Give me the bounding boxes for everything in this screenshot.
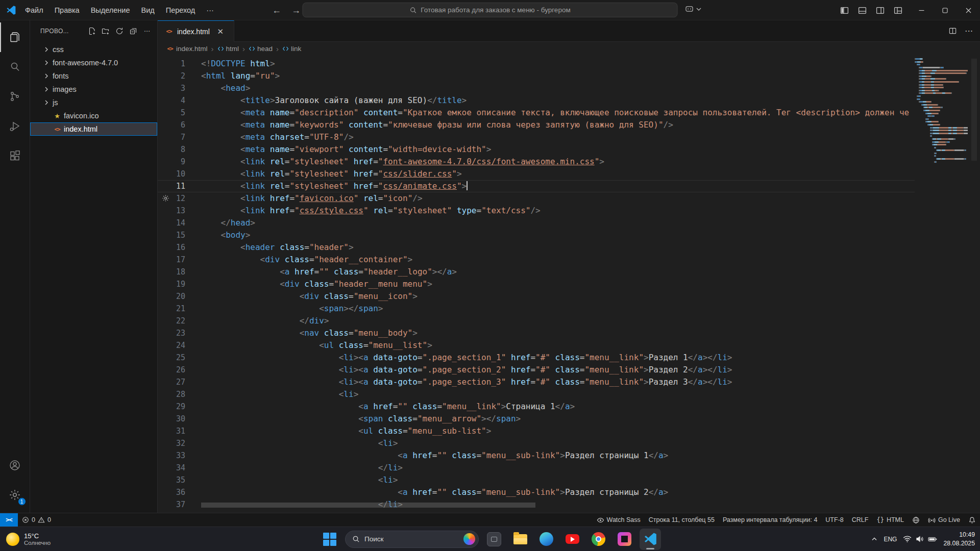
forward-button[interactable]: → bbox=[291, 5, 301, 16]
line-number[interactable]: 2 bbox=[158, 70, 185, 82]
code-line-5[interactable]: 5 <meta name="description" content="Крат… bbox=[158, 107, 915, 119]
toggle-secondary-sidebar-icon[interactable] bbox=[876, 6, 885, 15]
maximize-button[interactable] bbox=[933, 0, 957, 20]
close-button[interactable] bbox=[957, 0, 980, 20]
line-number[interactable]: 29 bbox=[158, 400, 185, 413]
code-line-29[interactable]: 29 <a href="" class="menu__link">Страниц… bbox=[158, 400, 915, 413]
code-line-22[interactable]: 22 </div> bbox=[158, 315, 915, 327]
clock[interactable]: 10:49 28.08.2025 bbox=[943, 531, 975, 547]
line-number[interactable]: 28 bbox=[158, 388, 185, 400]
breadcrumb-item-html[interactable]: html bbox=[217, 45, 239, 53]
run-debug-icon[interactable] bbox=[0, 111, 30, 141]
code-line-3[interactable]: 3 <head> bbox=[158, 82, 915, 94]
line-number[interactable]: 5 bbox=[158, 107, 185, 119]
menubar-more-icon[interactable]: ··· bbox=[201, 3, 219, 17]
search-view-icon[interactable] bbox=[0, 52, 30, 82]
code-line-33[interactable]: 33 <a href="" class="menu__sub-link">Раз… bbox=[158, 449, 915, 462]
code-line-9[interactable]: 9 <link rel="stylesheet" href="font-awes… bbox=[158, 156, 915, 168]
toggle-panel-icon[interactable] bbox=[858, 6, 867, 15]
menubar-item-1[interactable]: Правка bbox=[49, 3, 85, 17]
code-line-34[interactable]: 34 </li> bbox=[158, 462, 915, 474]
system-tray[interactable] bbox=[903, 535, 937, 543]
new-file-icon[interactable] bbox=[86, 25, 98, 37]
tree-item-favicon.ico[interactable]: ★favicon.ico bbox=[30, 109, 157, 122]
line-number[interactable]: 19 bbox=[158, 278, 185, 290]
code-editor[interactable]: 1<!DOCTYPE html>2<html lang="ru">3 <head… bbox=[158, 56, 980, 513]
weather-widget[interactable]: 15°C Солнечно bbox=[6, 532, 51, 546]
collapse-folders-icon[interactable] bbox=[127, 25, 139, 37]
line-number[interactable]: 34 bbox=[158, 462, 185, 474]
minimize-button[interactable] bbox=[910, 0, 933, 20]
line-number[interactable]: 8 bbox=[158, 143, 185, 156]
code-line-21[interactable]: 21 <span></span> bbox=[158, 303, 915, 315]
tab-close-icon[interactable]: ✕ bbox=[215, 27, 226, 37]
line-number[interactable]: 27 bbox=[158, 376, 185, 388]
vertical-scrollbar[interactable] bbox=[971, 59, 977, 161]
line-number[interactable]: 18 bbox=[158, 266, 185, 278]
tab-index-html[interactable]: <> index.html ✕ bbox=[158, 20, 234, 42]
explorer-icon[interactable] bbox=[0, 22, 30, 52]
line-number[interactable]: 33 bbox=[158, 449, 185, 462]
line-number[interactable]: 24 bbox=[158, 339, 185, 352]
code-line-36[interactable]: 36 <a href="" class="menu__sub-link">Раз… bbox=[158, 486, 915, 498]
line-number[interactable]: 9 bbox=[158, 156, 185, 168]
code-line-14[interactable]: 14 </head> bbox=[158, 217, 915, 229]
source-control-icon[interactable] bbox=[0, 82, 30, 111]
extensions-icon[interactable] bbox=[0, 141, 30, 170]
chrome-app[interactable] bbox=[587, 529, 609, 550]
line-number[interactable]: 16 bbox=[158, 241, 185, 254]
code-line-26[interactable]: 26 <li><a data-goto=".page_section_2" hr… bbox=[158, 364, 915, 376]
menubar-item-2[interactable]: Выделение bbox=[85, 3, 136, 17]
browser-preview-icon[interactable] bbox=[908, 513, 924, 527]
code-line-7[interactable]: 7 <meta charset="UTF-8"/> bbox=[158, 131, 915, 143]
tree-item-index.html[interactable]: <>index.html bbox=[30, 122, 157, 136]
gutter-gear-icon[interactable] bbox=[162, 194, 169, 202]
tree-item-js[interactable]: js bbox=[30, 96, 157, 109]
code-line-1[interactable]: 1<!DOCTYPE html> bbox=[158, 58, 915, 70]
line-number[interactable]: 22 bbox=[158, 315, 185, 327]
code-line-4[interactable]: 4 <title>Заголовок сайта (важен для SEO)… bbox=[158, 94, 915, 107]
command-center[interactable]: Готовая работа для заказов с меню - бург… bbox=[303, 3, 678, 17]
code-line-13[interactable]: 13 <link href="css/style.css" rel="style… bbox=[158, 205, 915, 217]
account-icon[interactable] bbox=[0, 450, 30, 480]
menubar-item-0[interactable]: Файл bbox=[19, 3, 49, 17]
code-line-6[interactable]: 6 <meta name="keywords" content="ключевы… bbox=[158, 119, 915, 131]
tray-chevron-up-icon[interactable] bbox=[871, 536, 877, 542]
code-line-27[interactable]: 27 <li><a data-goto=".page_section_3" hr… bbox=[158, 376, 915, 388]
line-number[interactable]: 30 bbox=[158, 413, 185, 425]
copilot-menu[interactable] bbox=[685, 5, 701, 13]
breadcrumb-item-head[interactable]: head bbox=[249, 45, 273, 53]
watch-sass-button[interactable]: Watch Sass bbox=[593, 513, 645, 527]
more-actions-icon[interactable]: ⋯ bbox=[141, 25, 153, 37]
code-line-10[interactable]: 10 <link rel="stylesheet" href="css/slid… bbox=[158, 168, 915, 180]
line-number[interactable]: 36 bbox=[158, 486, 185, 498]
minimap[interactable] bbox=[915, 58, 968, 163]
task-view-app[interactable] bbox=[483, 529, 505, 550]
line-number[interactable]: 31 bbox=[158, 425, 185, 437]
line-number[interactable]: 13 bbox=[158, 205, 185, 217]
line-number[interactable]: 4 bbox=[158, 94, 185, 107]
file-explorer-app[interactable] bbox=[509, 529, 531, 550]
line-number[interactable]: 21 bbox=[158, 303, 185, 315]
edge-app[interactable] bbox=[535, 529, 557, 550]
tree-item-css[interactable]: css bbox=[30, 43, 157, 56]
start-button[interactable] bbox=[319, 529, 340, 550]
split-editor-icon[interactable] bbox=[949, 27, 957, 35]
code-line-25[interactable]: 25 <li><a data-goto=".page_section_1" hr… bbox=[158, 352, 915, 364]
customize-layout-icon[interactable] bbox=[894, 6, 902, 15]
line-number[interactable]: 25 bbox=[158, 352, 185, 364]
cursor-position[interactable]: Строка 11, столбец 55 bbox=[645, 513, 719, 527]
language-mode[interactable]: {}HTML bbox=[872, 513, 908, 527]
code-line-32[interactable]: 32 <li> bbox=[158, 437, 915, 449]
breadcrumb-item-link[interactable]: link bbox=[282, 45, 301, 53]
line-number[interactable]: 15 bbox=[158, 229, 185, 241]
line-number[interactable]: 17 bbox=[158, 254, 185, 266]
back-button[interactable]: ← bbox=[272, 5, 281, 16]
indentation-setting[interactable]: Размер интервала табуляции: 4 bbox=[719, 513, 821, 527]
youtube-app[interactable] bbox=[561, 529, 583, 550]
encoding[interactable]: UTF-8 bbox=[821, 513, 847, 527]
vscode-app[interactable] bbox=[640, 529, 661, 550]
line-number[interactable]: 37 bbox=[158, 498, 185, 511]
tree-item-font-awesome-4.7.0[interactable]: font-awesome-4.7.0 bbox=[30, 56, 157, 69]
line-number[interactable]: 7 bbox=[158, 131, 185, 143]
